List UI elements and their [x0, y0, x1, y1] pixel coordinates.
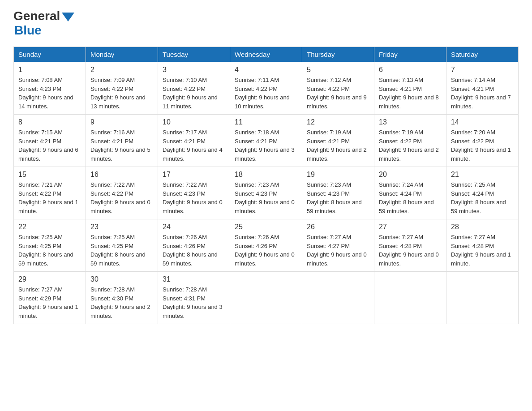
calendar-cell: 18 Sunrise: 7:23 AMSunset: 4:23 PMDaylig…	[230, 167, 302, 219]
day-number: 5	[307, 66, 369, 74]
logo-general-text: General	[13, 9, 60, 23]
calendar-cell: 17 Sunrise: 7:22 AMSunset: 4:23 PMDaylig…	[158, 167, 230, 219]
day-info: Sunrise: 7:25 AMSunset: 4:24 PMDaylight:…	[451, 180, 514, 215]
calendar-cell: 7 Sunrise: 7:14 AMSunset: 4:21 PMDayligh…	[446, 62, 519, 115]
calendar-cell: 24 Sunrise: 7:26 AMSunset: 4:26 PMDaylig…	[158, 219, 230, 272]
day-number: 14	[451, 118, 514, 126]
calendar-cell: 3 Sunrise: 7:10 AMSunset: 4:22 PMDayligh…	[158, 62, 230, 115]
day-info: Sunrise: 7:12 AMSunset: 4:22 PMDaylight:…	[307, 76, 369, 111]
day-number: 27	[379, 223, 442, 231]
logo: General Blue	[13, 9, 74, 38]
calendar-cell	[446, 272, 519, 324]
calendar-table: SundayMondayTuesdayWednesdayThursdayFrid…	[13, 47, 519, 324]
day-info: Sunrise: 7:16 AMSunset: 4:21 PMDaylight:…	[90, 128, 153, 163]
calendar-cell: 5 Sunrise: 7:12 AMSunset: 4:22 PMDayligh…	[302, 62, 374, 115]
day-info: Sunrise: 7:22 AMSunset: 4:23 PMDaylight:…	[163, 180, 225, 215]
day-number: 8	[18, 118, 81, 126]
day-info: Sunrise: 7:27 AMSunset: 4:28 PMDaylight:…	[451, 233, 514, 268]
calendar-cell: 8 Sunrise: 7:15 AMSunset: 4:21 PMDayligh…	[14, 115, 86, 167]
header-day-monday: Monday	[86, 47, 158, 62]
calendar-cell: 13 Sunrise: 7:19 AMSunset: 4:22 PMDaylig…	[374, 115, 446, 167]
header-day-thursday: Thursday	[302, 47, 374, 62]
calendar-cell: 30 Sunrise: 7:28 AMSunset: 4:30 PMDaylig…	[86, 272, 158, 324]
day-info: Sunrise: 7:25 AMSunset: 4:25 PMDaylight:…	[90, 233, 153, 268]
day-info: Sunrise: 7:28 AMSunset: 4:31 PMDaylight:…	[163, 285, 225, 320]
calendar-cell: 28 Sunrise: 7:27 AMSunset: 4:28 PMDaylig…	[446, 219, 519, 272]
calendar-cell: 9 Sunrise: 7:16 AMSunset: 4:21 PMDayligh…	[86, 115, 158, 167]
header-row: SundayMondayTuesdayWednesdayThursdayFrid…	[14, 47, 519, 62]
day-info: Sunrise: 7:27 AMSunset: 4:27 PMDaylight:…	[307, 233, 369, 268]
day-info: Sunrise: 7:10 AMSunset: 4:22 PMDaylight:…	[163, 76, 225, 111]
calendar-header: SundayMondayTuesdayWednesdayThursdayFrid…	[14, 47, 519, 62]
day-number: 22	[18, 223, 81, 231]
calendar-cell	[230, 272, 302, 324]
day-info: Sunrise: 7:28 AMSunset: 4:30 PMDaylight:…	[90, 285, 153, 320]
day-info: Sunrise: 7:17 AMSunset: 4:21 PMDaylight:…	[163, 128, 225, 163]
day-info: Sunrise: 7:20 AMSunset: 4:22 PMDaylight:…	[451, 128, 514, 163]
day-number: 10	[163, 118, 225, 126]
day-info: Sunrise: 7:27 AMSunset: 4:28 PMDaylight:…	[379, 233, 442, 268]
day-number: 18	[235, 171, 297, 179]
calendar-cell: 20 Sunrise: 7:24 AMSunset: 4:24 PMDaylig…	[374, 167, 446, 219]
day-info: Sunrise: 7:25 AMSunset: 4:25 PMDaylight:…	[18, 233, 81, 268]
calendar-cell: 12 Sunrise: 7:19 AMSunset: 4:21 PMDaylig…	[302, 115, 374, 167]
calendar-cell: 27 Sunrise: 7:27 AMSunset: 4:28 PMDaylig…	[374, 219, 446, 272]
calendar-cell: 23 Sunrise: 7:25 AMSunset: 4:25 PMDaylig…	[86, 219, 158, 272]
day-number: 20	[379, 171, 442, 179]
day-number: 21	[451, 171, 514, 179]
calendar-cell: 22 Sunrise: 7:25 AMSunset: 4:25 PMDaylig…	[14, 219, 86, 272]
day-info: Sunrise: 7:08 AMSunset: 4:23 PMDaylight:…	[18, 76, 81, 111]
day-info: Sunrise: 7:21 AMSunset: 4:22 PMDaylight:…	[18, 180, 81, 215]
day-number: 11	[235, 118, 297, 126]
calendar-body: 1 Sunrise: 7:08 AMSunset: 4:23 PMDayligh…	[14, 62, 519, 324]
day-info: Sunrise: 7:15 AMSunset: 4:21 PMDaylight:…	[18, 128, 81, 163]
calendar-week-2: 8 Sunrise: 7:15 AMSunset: 4:21 PMDayligh…	[14, 115, 519, 167]
calendar-cell: 14 Sunrise: 7:20 AMSunset: 4:22 PMDaylig…	[446, 115, 519, 167]
day-number: 4	[235, 66, 297, 74]
day-number: 12	[307, 118, 369, 126]
day-info: Sunrise: 7:24 AMSunset: 4:24 PMDaylight:…	[379, 180, 442, 215]
day-info: Sunrise: 7:22 AMSunset: 4:22 PMDaylight:…	[90, 180, 153, 215]
logo-blue-text: Blue	[14, 23, 42, 38]
calendar-cell	[302, 272, 374, 324]
calendar-cell: 2 Sunrise: 7:09 AMSunset: 4:22 PMDayligh…	[86, 62, 158, 115]
calendar-cell: 16 Sunrise: 7:22 AMSunset: 4:22 PMDaylig…	[86, 167, 158, 219]
calendar-cell: 1 Sunrise: 7:08 AMSunset: 4:23 PMDayligh…	[14, 62, 86, 115]
header-day-sunday: Sunday	[14, 47, 86, 62]
day-info: Sunrise: 7:19 AMSunset: 4:22 PMDaylight:…	[379, 128, 442, 163]
header-day-saturday: Saturday	[446, 47, 519, 62]
day-number: 26	[307, 223, 369, 231]
header-day-tuesday: Tuesday	[158, 47, 230, 62]
day-number: 19	[307, 171, 369, 179]
day-number: 13	[379, 118, 442, 126]
day-number: 15	[18, 171, 81, 179]
day-number: 16	[90, 171, 153, 179]
header-day-friday: Friday	[374, 47, 446, 62]
day-info: Sunrise: 7:23 AMSunset: 4:23 PMDaylight:…	[235, 180, 297, 215]
calendar-week-3: 15 Sunrise: 7:21 AMSunset: 4:22 PMDaylig…	[14, 167, 519, 219]
day-info: Sunrise: 7:13 AMSunset: 4:21 PMDaylight:…	[379, 76, 442, 111]
day-number: 25	[235, 223, 297, 231]
day-info: Sunrise: 7:18 AMSunset: 4:21 PMDaylight:…	[235, 128, 297, 163]
day-number: 31	[163, 275, 225, 283]
calendar-week-5: 29 Sunrise: 7:27 AMSunset: 4:29 PMDaylig…	[14, 272, 519, 324]
day-number: 1	[18, 66, 81, 74]
day-number: 3	[163, 66, 225, 74]
calendar-cell: 21 Sunrise: 7:25 AMSunset: 4:24 PMDaylig…	[446, 167, 519, 219]
calendar-cell: 15 Sunrise: 7:21 AMSunset: 4:22 PMDaylig…	[14, 167, 86, 219]
day-number: 6	[379, 66, 442, 74]
day-number: 9	[90, 118, 153, 126]
calendar-cell: 29 Sunrise: 7:27 AMSunset: 4:29 PMDaylig…	[14, 272, 86, 324]
day-number: 17	[163, 171, 225, 179]
calendar-cell: 6 Sunrise: 7:13 AMSunset: 4:21 PMDayligh…	[374, 62, 446, 115]
calendar-cell: 19 Sunrise: 7:23 AMSunset: 4:23 PMDaylig…	[302, 167, 374, 219]
calendar-cell	[374, 272, 446, 324]
day-info: Sunrise: 7:09 AMSunset: 4:22 PMDaylight:…	[90, 76, 153, 111]
day-info: Sunrise: 7:14 AMSunset: 4:21 PMDaylight:…	[451, 76, 514, 111]
calendar-cell: 26 Sunrise: 7:27 AMSunset: 4:27 PMDaylig…	[302, 219, 374, 272]
day-number: 7	[451, 66, 514, 74]
day-info: Sunrise: 7:27 AMSunset: 4:29 PMDaylight:…	[18, 285, 81, 320]
header: General Blue	[13, 9, 519, 38]
calendar-cell: 4 Sunrise: 7:11 AMSunset: 4:22 PMDayligh…	[230, 62, 302, 115]
calendar-cell: 11 Sunrise: 7:18 AMSunset: 4:21 PMDaylig…	[230, 115, 302, 167]
